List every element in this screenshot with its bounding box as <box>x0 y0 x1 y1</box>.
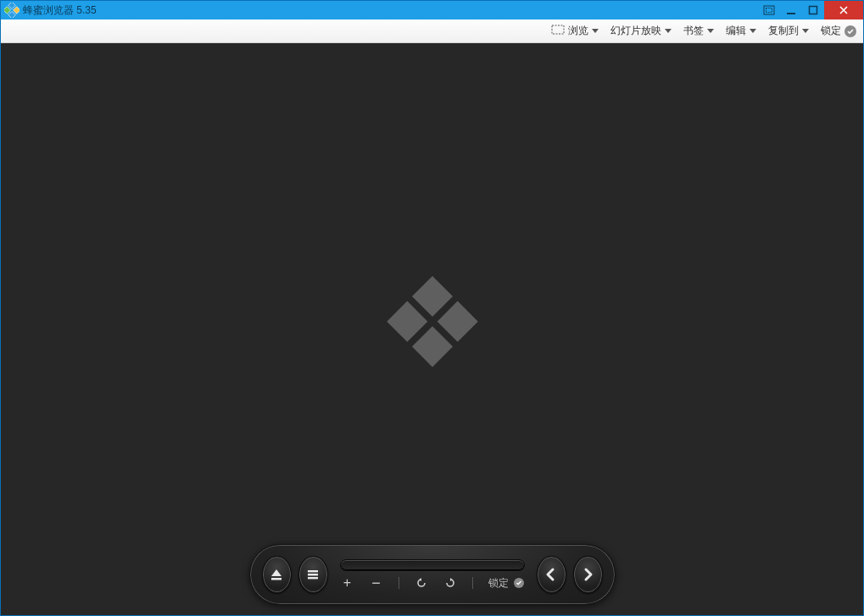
chevron-down-icon <box>802 29 809 33</box>
svg-rect-14 <box>308 570 318 572</box>
browse-menu[interactable]: 浏览 <box>551 24 599 38</box>
chevron-down-icon <box>665 29 672 33</box>
center-controls: + − 锁定 <box>340 559 525 591</box>
edit-menu[interactable]: 编辑 <box>726 24 756 38</box>
svg-rect-1 <box>13 7 20 14</box>
minimize-button[interactable] <box>780 1 802 19</box>
svg-rect-7 <box>810 7 817 14</box>
edit-label: 编辑 <box>726 24 746 38</box>
svg-rect-10 <box>437 301 477 341</box>
slideshow-menu[interactable]: 幻灯片放映 <box>610 24 672 38</box>
lock-toggle-bottom[interactable]: 锁定 <box>488 576 524 591</box>
chevron-down-icon <box>750 29 756 33</box>
titlebar: 蜂蜜浏览器 5.35 <box>1 1 863 19</box>
rotate-cw-button[interactable] <box>443 576 457 590</box>
position-slider[interactable] <box>340 559 525 571</box>
zoom-in-button[interactable]: + <box>341 576 354 590</box>
app-title: 蜂蜜浏览器 5.35 <box>23 3 97 18</box>
svg-rect-3 <box>8 11 15 18</box>
chevron-down-icon <box>592 29 599 33</box>
image-viewer[interactable]: + − 锁定 <box>1 43 863 615</box>
svg-rect-6 <box>787 13 795 14</box>
fullscreen-button[interactable] <box>758 1 780 19</box>
svg-rect-15 <box>308 574 318 575</box>
divider <box>399 577 399 589</box>
list-button[interactable] <box>298 556 328 593</box>
bookmark-menu[interactable]: 书签 <box>683 24 714 38</box>
svg-rect-5 <box>766 8 772 13</box>
zoom-out-button[interactable]: − <box>370 576 383 590</box>
check-icon <box>514 578 524 588</box>
toolbar: 浏览 幻灯片放映 书签 编辑 复制到 锁定 <box>1 19 863 43</box>
check-icon <box>844 25 856 37</box>
browse-label: 浏览 <box>568 24 588 38</box>
lock-toggle[interactable]: 锁定 <box>821 24 856 38</box>
copyto-label: 复制到 <box>768 24 799 38</box>
selection-icon <box>551 25 565 37</box>
chevron-down-icon <box>707 29 714 33</box>
svg-rect-11 <box>387 301 427 341</box>
svg-rect-9 <box>411 275 452 316</box>
rotate-ccw-button[interactable] <box>415 576 428 590</box>
svg-rect-16 <box>308 577 318 579</box>
control-bar: + − 锁定 <box>249 544 616 605</box>
maximize-button[interactable] <box>802 1 824 19</box>
svg-rect-2 <box>4 7 11 14</box>
lock-label-bottom: 锁定 <box>488 576 509 591</box>
app-icon <box>4 3 20 18</box>
svg-rect-8 <box>552 25 564 34</box>
app-window: 蜂蜜浏览器 5.35 浏览 幻灯片放映 <box>0 0 864 616</box>
lock-label: 锁定 <box>821 24 841 38</box>
svg-rect-4 <box>764 6 774 14</box>
copyto-menu[interactable]: 复制到 <box>768 24 809 38</box>
placeholder-logo <box>382 270 483 372</box>
svg-rect-0 <box>8 3 15 9</box>
close-button[interactable] <box>824 1 863 19</box>
divider <box>472 577 473 589</box>
svg-rect-13 <box>271 578 281 580</box>
next-button[interactable] <box>573 556 603 593</box>
svg-rect-12 <box>411 326 452 367</box>
prev-button[interactable] <box>537 556 566 593</box>
eject-button[interactable] <box>262 556 292 593</box>
slideshow-label: 幻灯片放映 <box>610 24 661 38</box>
small-controls: + − 锁定 <box>341 576 524 591</box>
bookmark-label: 书签 <box>683 24 704 38</box>
